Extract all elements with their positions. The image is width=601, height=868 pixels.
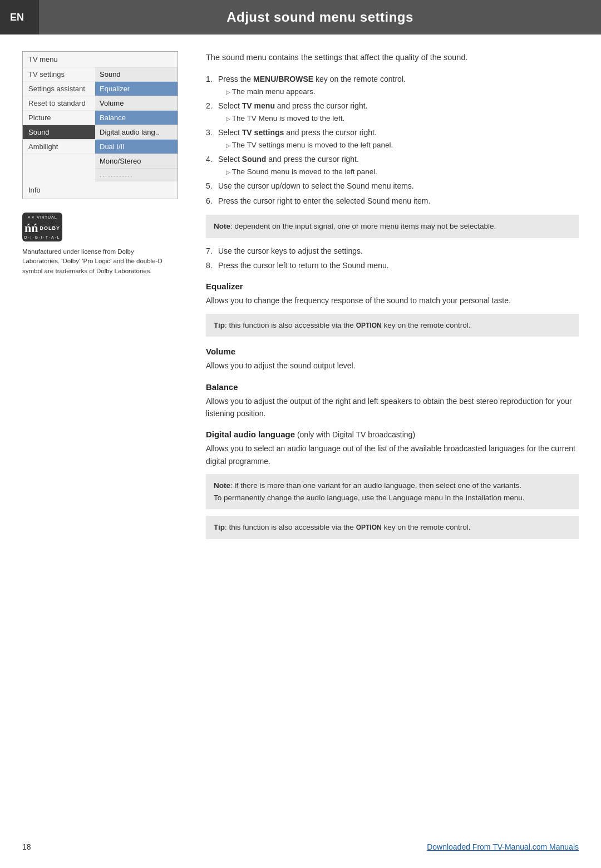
menu-right-mono-stereo[interactable]: Mono/Stereo bbox=[95, 154, 178, 169]
tip1-key: OPTION bbox=[356, 322, 382, 329]
section-digital-audio-body: Allows you to select an audio language o… bbox=[206, 442, 579, 467]
language-badge: EN bbox=[0, 0, 39, 34]
tip1-text: : this function is also accessible via t… bbox=[225, 321, 356, 329]
step3-sub: The TV settings menu is moved to the lef… bbox=[218, 139, 579, 151]
tip2-label: Tip bbox=[214, 523, 225, 531]
step1-bold: MENU/BROWSE bbox=[253, 75, 313, 83]
step-4: 4. Select Sound and press the cursor rig… bbox=[206, 153, 579, 177]
page-header: EN Adjust sound menu settings bbox=[0, 0, 601, 34]
menu-item-picture[interactable]: Picture bbox=[23, 111, 95, 125]
tip-box-digital-audio: Tip: this function is also accessible vi… bbox=[206, 516, 579, 539]
step-8: 8. Press the cursor left to return to th… bbox=[206, 259, 579, 272]
step-5: 5. Use the cursor up/down to select the … bbox=[206, 180, 579, 192]
dolby-area: ✕✕ Virtual ńń DOLBY D·I·G·I·T·A·L Manufa… bbox=[22, 213, 189, 276]
note1-label: Note bbox=[214, 222, 230, 230]
step2-bold: TV menu bbox=[242, 101, 275, 110]
page-footer: 18 Downloaded From TV-Manual.com Manuals bbox=[0, 842, 601, 851]
menu-right-col: Sound Equalizer Volume Balance Digital a… bbox=[95, 67, 178, 181]
tip2-text: : this function is also accessible via t… bbox=[225, 523, 356, 531]
menu-right-balance[interactable]: Balance bbox=[95, 111, 178, 125]
tip1-text2: key on the remote control. bbox=[382, 321, 471, 329]
dolby-badge: ✕✕ Virtual ńń DOLBY D·I·G·I·T·A·L bbox=[22, 213, 62, 241]
step-1: 1. Press the MENU/BROWSE key on the remo… bbox=[206, 73, 579, 97]
section-volume-title: Volume bbox=[206, 347, 579, 356]
menu-right-dual[interactable]: Dual I/II bbox=[95, 140, 178, 154]
step2-sub: The TV Menu is moved to the left. bbox=[218, 112, 579, 125]
dolby-label: DOLBY bbox=[40, 225, 60, 231]
main-content: TV menu TV settings Settings assistant R… bbox=[0, 34, 601, 557]
intro-text: The sound menu contains the settings tha… bbox=[206, 51, 579, 64]
step4-bold: Sound bbox=[242, 155, 267, 164]
menu-item-reset[interactable]: Reset to standard bbox=[23, 96, 95, 111]
note1-text: : dependent on the input signal, one or … bbox=[230, 222, 496, 230]
tip1-label: Tip bbox=[214, 321, 225, 329]
section-digital-audio-title-wrap: Digital audio language (only with Digita… bbox=[206, 430, 579, 439]
menu-right-volume[interactable]: Volume bbox=[95, 96, 178, 111]
tip2-key: OPTION bbox=[356, 524, 382, 531]
steps-list-1: 1. Press the MENU/BROWSE key on the remo… bbox=[206, 73, 579, 207]
menu-info: Info bbox=[23, 181, 178, 199]
section-equalizer-body: Allows you to change the frequency respo… bbox=[206, 294, 579, 307]
section-volume-body: Allows you to adjust the sound output le… bbox=[206, 359, 579, 372]
page-number: 18 bbox=[22, 842, 31, 851]
tip2-text2: key on the remote control. bbox=[382, 523, 471, 531]
dolby-digital-label: D·I·G·I·T·A·L bbox=[24, 235, 61, 239]
menu-right-equalizer[interactable]: Equalizer bbox=[95, 82, 178, 96]
tip-box-equalizer: Tip: this function is also accessible vi… bbox=[206, 314, 579, 337]
menu-item-tv-settings[interactable]: TV settings bbox=[23, 67, 95, 82]
tv-menu-box: TV menu TV settings Settings assistant R… bbox=[22, 51, 178, 199]
menu-item-sound[interactable]: Sound bbox=[23, 125, 95, 140]
step3-bold: TV settings bbox=[242, 128, 284, 137]
dolby-description: Manufactured under license from Dolby La… bbox=[22, 247, 167, 276]
menu-right-sound[interactable]: Sound bbox=[95, 67, 178, 82]
section-digital-audio-title: Digital audio language bbox=[206, 430, 295, 439]
section-equalizer-title: Equalizer bbox=[206, 282, 579, 291]
page-title: Adjust sound menu settings bbox=[39, 9, 601, 25]
footer-link[interactable]: Downloaded From TV-Manual.com Manuals bbox=[427, 842, 579, 851]
step-2: 2. Select TV menu and press the cursor r… bbox=[206, 100, 579, 124]
section-balance-body: Allows you to adjust the output of the r… bbox=[206, 395, 579, 420]
step1-sub: The main menu appears. bbox=[218, 86, 579, 98]
note2-label: Note bbox=[214, 481, 230, 490]
note-box-1: Note: dependent on the input signal, one… bbox=[206, 215, 579, 238]
dolby-virtual-label: ✕✕ Virtual bbox=[27, 215, 57, 220]
menu-item-ambilight[interactable]: Ambilight bbox=[23, 140, 95, 154]
step-7: 7. Use the cursor keys to adjust the set… bbox=[206, 245, 579, 257]
step-3: 3. Select TV settings and press the curs… bbox=[206, 126, 579, 151]
note-box-digital-audio: Note: if there is more than one variant … bbox=[206, 474, 579, 509]
step-6: 6. Press the cursor right to enter the s… bbox=[206, 195, 579, 207]
menu-dots: ............ bbox=[95, 169, 178, 181]
menu-left-col: TV settings Settings assistant Reset to … bbox=[23, 67, 95, 181]
steps-list-2: 7. Use the cursor keys to adjust the set… bbox=[206, 245, 579, 272]
section-balance-title: Balance bbox=[206, 382, 579, 392]
step4-sub: The Sound menu is moved to the left pane… bbox=[218, 166, 579, 178]
menu-right-digital-audio[interactable]: Digital audio lang.. bbox=[95, 125, 178, 140]
menu-item-settings-assistant[interactable]: Settings assistant bbox=[23, 82, 95, 96]
dolby-dd-symbol: ńń bbox=[24, 221, 38, 235]
note2-text: : if there is more than one variant for … bbox=[214, 481, 524, 502]
left-column: TV menu TV settings Settings assistant R… bbox=[22, 51, 189, 546]
menu-content: TV settings Settings assistant Reset to … bbox=[23, 67, 178, 181]
right-column: The sound menu contains the settings tha… bbox=[206, 51, 579, 546]
section-digital-audio-subtitle: (only with Digital TV broadcasting) bbox=[295, 430, 415, 439]
tv-menu-title: TV menu bbox=[23, 52, 178, 67]
